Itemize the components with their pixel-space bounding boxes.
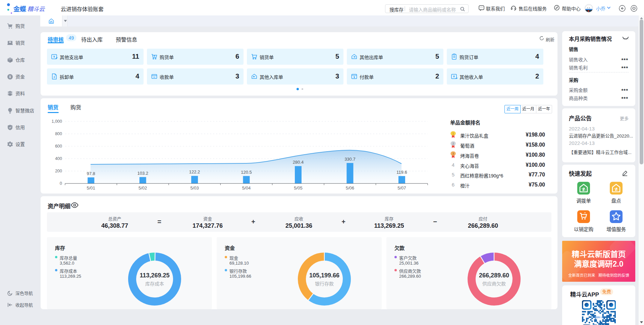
svg-text:97.8: 97.8 bbox=[87, 171, 95, 176]
svg-text:¥: ¥ bbox=[354, 75, 355, 79]
svg-text:5/07: 5/07 bbox=[397, 185, 406, 191]
svg-text:122.2: 122.2 bbox=[189, 169, 200, 174]
svg-text:¥: ¥ bbox=[453, 74, 455, 78]
svg-text:0: 0 bbox=[60, 181, 62, 186]
svg-text:金蝶精斗云: 金蝶精斗云 bbox=[594, 316, 604, 319]
svg-text:¥: ¥ bbox=[53, 55, 55, 58]
svg-text:119.6: 119.6 bbox=[396, 170, 407, 175]
svg-text:5/02: 5/02 bbox=[139, 185, 147, 191]
svg-text:600: 600 bbox=[55, 144, 62, 149]
svg-text:5/05: 5/05 bbox=[294, 185, 302, 191]
svg-text:280.4: 280.4 bbox=[293, 160, 304, 165]
svg-text:103.2: 103.2 bbox=[137, 171, 148, 176]
svg-text:5/01: 5/01 bbox=[87, 185, 95, 191]
svg-text:2: 2 bbox=[452, 142, 454, 145]
svg-text:120.5: 120.5 bbox=[241, 170, 252, 175]
svg-text:1: 1 bbox=[452, 132, 454, 135]
svg-text:3: 3 bbox=[452, 152, 454, 155]
svg-text:5/06: 5/06 bbox=[346, 185, 354, 191]
svg-text:400: 400 bbox=[55, 156, 62, 161]
svg-text:1,000: 1,000 bbox=[52, 119, 62, 124]
svg-text:200: 200 bbox=[55, 169, 62, 173]
svg-text:800: 800 bbox=[55, 131, 62, 136]
svg-text:#: # bbox=[54, 75, 55, 79]
svg-text:5/03: 5/03 bbox=[190, 185, 199, 191]
svg-text:¥: ¥ bbox=[9, 75, 11, 79]
svg-text:5/04: 5/04 bbox=[242, 185, 251, 191]
svg-text:330.7: 330.7 bbox=[344, 157, 356, 162]
